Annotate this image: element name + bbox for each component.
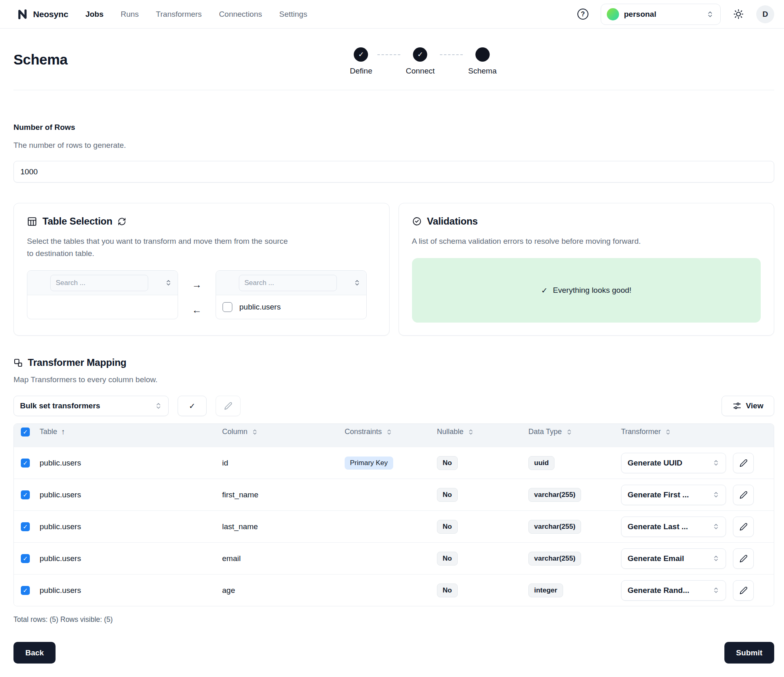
select-all-checkbox[interactable]: ✓: [21, 428, 30, 436]
table-row: ✓ public.users first_name No varchar(255…: [14, 479, 774, 510]
destination-search-input[interactable]: [239, 275, 337, 291]
number-of-rows-section: Number of Rows The number of rows to gen…: [13, 123, 774, 183]
user-avatar[interactable]: D: [756, 5, 774, 23]
header-datatype-col[interactable]: Data Type: [528, 428, 621, 436]
row-checkbox[interactable]: ✓: [21, 522, 30, 531]
transformer-mapping-title: Transformer Mapping: [28, 357, 127, 368]
step-connect[interactable]: ✓ Connect: [406, 47, 435, 76]
table-summary: Total rows: (5) Rows visible: (5): [13, 615, 774, 624]
move-right-arrow[interactable]: →: [192, 280, 202, 290]
source-table-list: [27, 270, 178, 319]
back-button[interactable]: Back: [13, 642, 56, 664]
step-define[interactable]: ✓ Define: [350, 47, 372, 76]
bulk-set-transformers-select[interactable]: Bulk set transformers: [13, 396, 169, 416]
schema-table: ✓ Table ↑ Column Constraints: [13, 423, 774, 606]
transformer-select[interactable]: Generate Last ...: [621, 517, 726, 537]
chevron-up-down-icon: [713, 555, 719, 562]
mapping-blocks-icon: [13, 358, 23, 367]
edit-transformer-button[interactable]: [733, 517, 754, 537]
validations-title: Validations: [427, 216, 478, 227]
submit-button[interactable]: Submit: [724, 642, 774, 664]
pencil-icon: [739, 555, 748, 563]
page-header: Schema ✓ Define ✓ Connect Schema: [13, 44, 774, 90]
nav-item-settings[interactable]: Settings: [279, 10, 307, 19]
edit-transformer-button[interactable]: [733, 485, 754, 505]
bulk-edit-button[interactable]: [216, 396, 241, 416]
table-selection-card: Table Selection Select the tables that y…: [13, 203, 390, 336]
transformer-mapping-section: Transformer Mapping Map Transformers to …: [13, 357, 774, 624]
account-switcher[interactable]: personal: [601, 4, 721, 25]
step-schema[interactable]: Schema: [468, 47, 497, 76]
chevron-up-down-icon: [713, 491, 719, 498]
sort-chevron-icon[interactable]: [354, 279, 361, 286]
sort-chevron-icon[interactable]: [165, 279, 172, 286]
pencil-icon: [739, 586, 748, 595]
nullable-badge: No: [437, 488, 458, 502]
table-grid-icon: [27, 216, 37, 227]
sort-chevron-icon: [468, 429, 474, 435]
nav-item-connections[interactable]: Connections: [219, 10, 262, 19]
source-list-body: [27, 295, 178, 319]
chevron-up-down-icon: [713, 459, 719, 466]
nav-item-transformers[interactable]: Transformers: [156, 10, 202, 19]
view-columns-button[interactable]: View: [722, 396, 774, 416]
circle-check-icon: [412, 216, 422, 226]
nullable-badge: No: [437, 520, 458, 534]
step-connector: [378, 54, 401, 55]
nullable-badge: No: [437, 552, 458, 566]
header-table-col[interactable]: Table ↑: [40, 428, 222, 436]
apply-bulk-button[interactable]: ✓: [178, 396, 207, 416]
edit-transformer-button[interactable]: [733, 453, 754, 473]
row-checkbox[interactable]: ✓: [21, 586, 30, 595]
transformer-select[interactable]: Generate Rand...: [621, 580, 726, 601]
row-checkbox[interactable]: ✓: [21, 554, 30, 563]
top-nav: Neosync Jobs Runs Transformers Connectio…: [0, 0, 784, 29]
sort-chevron-icon: [386, 429, 392, 435]
destination-item-checkbox[interactable]: [223, 302, 232, 312]
row-checkbox[interactable]: ✓: [21, 459, 30, 468]
main-content: Schema ✓ Define ✓ Connect Schema Number …: [0, 44, 784, 664]
step-connect-check-icon: ✓: [413, 47, 428, 62]
validations-description: A list of schema validation errors to re…: [412, 235, 761, 247]
help-icon[interactable]: ?: [577, 9, 588, 20]
chevron-up-down-icon: [713, 587, 719, 594]
account-name: personal: [624, 10, 702, 19]
transformer-select[interactable]: Generate Email: [621, 548, 726, 569]
sort-chevron-icon: [252, 429, 258, 435]
header-transformer-col[interactable]: Transformer: [621, 428, 774, 436]
datatype-badge: varchar(255): [528, 520, 581, 534]
number-of-rows-input[interactable]: [13, 161, 774, 183]
header-divider: [13, 90, 774, 90]
number-of-rows-description: The number of rows to generate.: [13, 141, 774, 150]
table-row: ✓ public.users id Primary Key No uuid Ge…: [14, 447, 774, 479]
row-checkbox[interactable]: ✓: [21, 490, 30, 499]
theme-toggle-sun-icon[interactable]: [733, 9, 744, 20]
table-row: ✓ public.users age No integer Generate R…: [14, 574, 774, 606]
sort-chevron-icon: [566, 429, 572, 435]
validation-success-banner: ✓ Everything looks good!: [412, 258, 761, 323]
number-of-rows-label: Number of Rows: [13, 123, 774, 132]
destination-table-list: public.users: [216, 270, 367, 319]
refresh-icon[interactable]: [118, 217, 126, 226]
move-left-arrow[interactable]: ←: [192, 305, 202, 315]
validations-card: Validations A list of schema validation …: [399, 203, 775, 336]
footer-actions: Back Submit: [13, 642, 774, 664]
transformer-select[interactable]: Generate UUID: [621, 453, 726, 473]
transformer-select[interactable]: Generate First ...: [621, 485, 726, 505]
table-selection-title: Table Selection: [42, 216, 112, 227]
edit-transformer-button[interactable]: [733, 548, 754, 569]
datatype-badge: varchar(255): [528, 488, 581, 502]
step-connector: [440, 54, 463, 55]
edit-transformer-button[interactable]: [733, 580, 754, 601]
header-column-col[interactable]: Column: [222, 428, 345, 436]
source-search-input[interactable]: [50, 275, 148, 291]
nullable-badge: No: [437, 583, 458, 597]
table-row: ✓ public.users last_name No varchar(255)…: [14, 510, 774, 542]
brand-name: Neosync: [33, 9, 68, 19]
chevron-up-down-icon: [713, 523, 719, 530]
brand[interactable]: Neosync: [16, 8, 68, 20]
header-constraints-col[interactable]: Constraints: [345, 428, 437, 436]
nav-item-runs[interactable]: Runs: [121, 10, 139, 19]
nav-item-jobs[interactable]: Jobs: [85, 10, 103, 19]
header-nullable-col[interactable]: Nullable: [437, 428, 528, 436]
